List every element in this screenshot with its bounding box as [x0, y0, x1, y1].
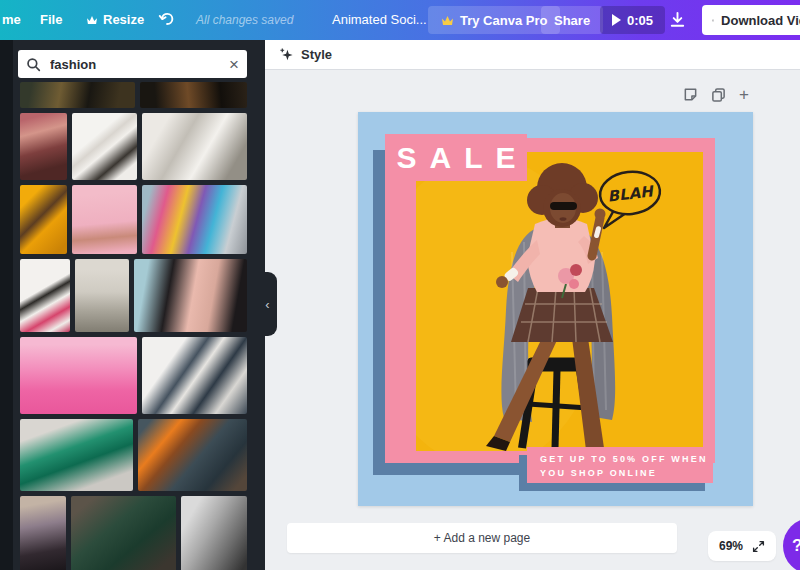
- photo-clothes-dark-flatlay[interactable]: [140, 82, 247, 108]
- context-toolbar: Style: [265, 40, 800, 70]
- play-duration: 0:05: [627, 13, 653, 28]
- fashion-model-photo[interactable]: BLAH: [416, 152, 703, 451]
- photo-jacket-pink-blouse-watch[interactable]: [134, 259, 247, 332]
- photo-model-yellow-wall[interactable]: [20, 185, 67, 254]
- photo-striped-pouch-flatlay[interactable]: [142, 337, 247, 414]
- download-video-button[interactable]: Download Vide: [702, 5, 800, 35]
- crown-icon: [441, 15, 454, 26]
- zoom-level: 69%: [719, 539, 743, 553]
- sparkle-icon: [279, 47, 294, 62]
- photo-dancer-pink-wall[interactable]: [72, 185, 137, 254]
- sale-text: SALE: [384, 141, 529, 175]
- menu-home-truncated[interactable]: me: [2, 12, 21, 27]
- add-new-page-button[interactable]: + Add a new page: [287, 523, 677, 553]
- video-icon: [712, 13, 714, 28]
- add-notes-button[interactable]: [683, 87, 698, 102]
- add-page-icon-button[interactable]: +: [739, 86, 749, 103]
- try-canva-pro-label: Try Canva Pro: [460, 13, 547, 28]
- share-button[interactable]: Share: [541, 6, 603, 34]
- photo-row: [20, 419, 247, 491]
- photo-grid: [20, 82, 247, 570]
- canvas-area: +: [265, 71, 800, 570]
- design-page[interactable]: BLAH SALE GET UP TO 50% OFF WHEN YOU SHO…: [358, 112, 753, 506]
- photo-woman-graffiti-wall[interactable]: [20, 496, 66, 570]
- zoom-control[interactable]: 69%: [708, 531, 776, 561]
- sidebar-edge-strip: [0, 40, 13, 570]
- photo-shoes-white-flatlay[interactable]: [72, 113, 137, 180]
- model-illustration: BLAH: [416, 152, 703, 451]
- download-icon: [668, 10, 687, 29]
- photo-row: [20, 496, 247, 570]
- media-sidebar: ×: [0, 40, 265, 570]
- photo-women-red-outfits[interactable]: [20, 113, 67, 180]
- photo-woman-top-view[interactable]: [75, 259, 129, 332]
- photo-boots-graffiti[interactable]: [142, 185, 247, 254]
- notes-icon: [683, 87, 698, 102]
- help-label: ?: [792, 536, 800, 556]
- sunglasses: [550, 202, 577, 210]
- search-icon: [26, 57, 41, 72]
- duplicate-page-button[interactable]: [711, 87, 726, 102]
- duplicate-icon: [711, 87, 726, 102]
- photo-green-skirt-woman[interactable]: [20, 419, 133, 491]
- promo-text-box[interactable]: GET UP TO 50% OFF WHEN YOU SHOP ONLINE: [527, 447, 713, 483]
- promo-line-2: YOU SHOP ONLINE: [540, 466, 713, 480]
- photo-row: [20, 82, 247, 108]
- page-actions: +: [683, 86, 749, 103]
- download-video-label: Download Vide: [721, 13, 800, 28]
- play-icon: [612, 14, 621, 26]
- design-title[interactable]: Animated Soci...: [332, 12, 427, 27]
- share-label: Share: [554, 13, 590, 28]
- menu-resize[interactable]: Resize: [86, 12, 144, 27]
- style-button[interactable]: Style: [301, 47, 332, 62]
- promo-line-1: GET UP TO 50% OFF WHEN: [540, 452, 713, 466]
- photo-street-scene-dark[interactable]: [20, 82, 135, 108]
- photo-pink-fur-texture[interactable]: [20, 337, 137, 414]
- photo-green-pattern-outfit[interactable]: [71, 496, 176, 570]
- photo-clothes-white-flatlay[interactable]: [142, 113, 247, 180]
- photo-row: [20, 185, 247, 254]
- add-new-page-label: + Add a new page: [434, 531, 530, 545]
- photo-row: [20, 113, 247, 180]
- download-button[interactable]: [668, 10, 687, 29]
- photo-man-on-chair-bw[interactable]: [181, 496, 247, 570]
- fullscreen-expand-icon[interactable]: [752, 540, 765, 553]
- photo-polka-dress-orange-smoke[interactable]: [138, 419, 248, 491]
- play-preview-button[interactable]: 0:05: [600, 6, 665, 34]
- search-box[interactable]: ×: [18, 50, 247, 78]
- sale-banner[interactable]: SALE: [385, 134, 527, 181]
- search-input[interactable]: [48, 56, 222, 73]
- menu-resize-label: Resize: [103, 12, 144, 27]
- help-button[interactable]: ?: [783, 518, 800, 570]
- photo-row: [20, 337, 247, 414]
- undo-icon: [158, 11, 175, 28]
- undo-button[interactable]: [158, 11, 175, 28]
- clear-search-icon[interactable]: ×: [229, 56, 239, 73]
- crown-icon: [86, 15, 98, 25]
- photo-row: [20, 259, 247, 332]
- top-bar: me File Resize All changes saved Animate…: [0, 0, 800, 40]
- autosave-status: All changes saved: [196, 13, 293, 27]
- photo-magazine-roses-flatlay[interactable]: [20, 259, 70, 332]
- menu-file[interactable]: File: [40, 12, 62, 27]
- chevron-left-icon: ‹: [265, 297, 269, 312]
